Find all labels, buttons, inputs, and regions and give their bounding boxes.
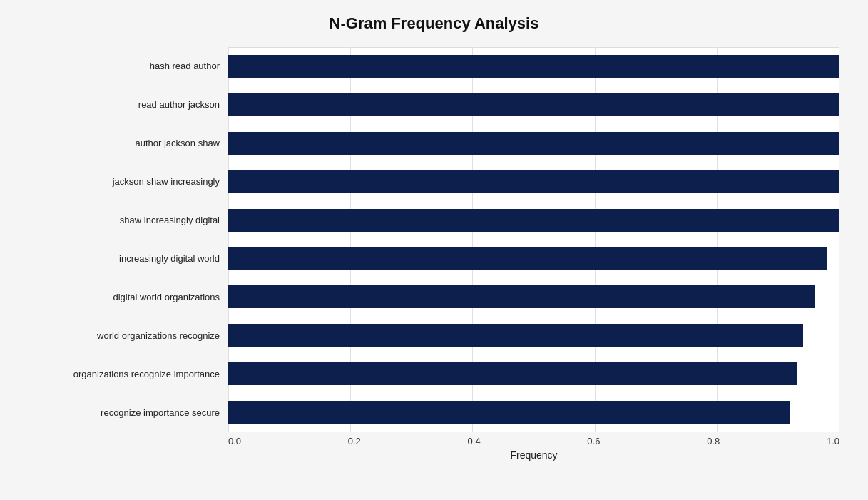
bar-fill	[228, 55, 839, 78]
x-tick: 1.0	[827, 436, 839, 447]
bar-row: author jackson shaw	[29, 124, 839, 163]
bar-fill	[228, 247, 827, 270]
bar-track	[228, 277, 839, 316]
bar-label: increasingly digital world	[29, 253, 228, 264]
bar-label: hash read author	[29, 61, 228, 71]
bar-fill	[228, 209, 839, 232]
bar-label: world organizations recognize	[29, 330, 228, 341]
bar-label: digital world organizations	[29, 292, 228, 302]
chart-area: hash read authorread author jacksonautho…	[29, 47, 839, 461]
bar-fill	[228, 285, 815, 308]
bar-label: shaw increasingly digital	[29, 215, 228, 225]
bar-fill	[228, 324, 803, 347]
bar-track	[228, 240, 839, 278]
bar-row: jackson shaw increasingly	[29, 163, 839, 201]
bar-row: world organizations recognize	[29, 316, 839, 354]
bar-track	[228, 47, 839, 86]
bar-fill	[228, 362, 797, 385]
chart-title: N-Gram Frequency Analysis	[29, 14, 839, 33]
x-axis: 0.00.20.40.60.81.0	[228, 436, 839, 447]
bar-label: jackson shaw increasingly	[29, 176, 228, 187]
x-axis-label: Frequency	[228, 449, 839, 461]
bar-track	[228, 124, 839, 163]
bar-row: increasingly digital world	[29, 240, 839, 278]
bar-track	[228, 201, 839, 240]
x-tick: 0.6	[587, 436, 600, 447]
bar-fill	[228, 401, 790, 424]
bar-track	[228, 393, 839, 432]
bar-label: recognize importance secure	[29, 407, 228, 418]
chart-container: N-Gram Frequency Analysis hash read auth…	[0, 0, 868, 500]
bar-label: organizations recognize importance	[29, 369, 228, 379]
bar-row: digital world organizations	[29, 277, 839, 316]
x-tick: 0.8	[707, 436, 720, 447]
bar-row: recognize importance secure	[29, 393, 839, 432]
bar-track	[228, 316, 839, 354]
bar-row: shaw increasingly digital	[29, 201, 839, 240]
x-tick: 0.0	[228, 436, 241, 447]
bar-label: author jackson shaw	[29, 138, 228, 148]
bar-fill	[228, 93, 839, 116]
bar-row: organizations recognize importance	[29, 354, 839, 393]
bar-track	[228, 86, 839, 124]
bar-fill	[228, 170, 839, 193]
bar-fill	[228, 132, 839, 155]
bar-track	[228, 354, 839, 393]
x-tick: 0.4	[468, 436, 481, 447]
bars-wrapper: hash read authorread author jacksonautho…	[29, 47, 839, 432]
x-tick: 0.2	[348, 436, 361, 447]
bar-row: read author jackson	[29, 86, 839, 124]
bar-row: hash read author	[29, 47, 839, 86]
bar-label: read author jackson	[29, 99, 228, 110]
bar-track	[228, 163, 839, 201]
